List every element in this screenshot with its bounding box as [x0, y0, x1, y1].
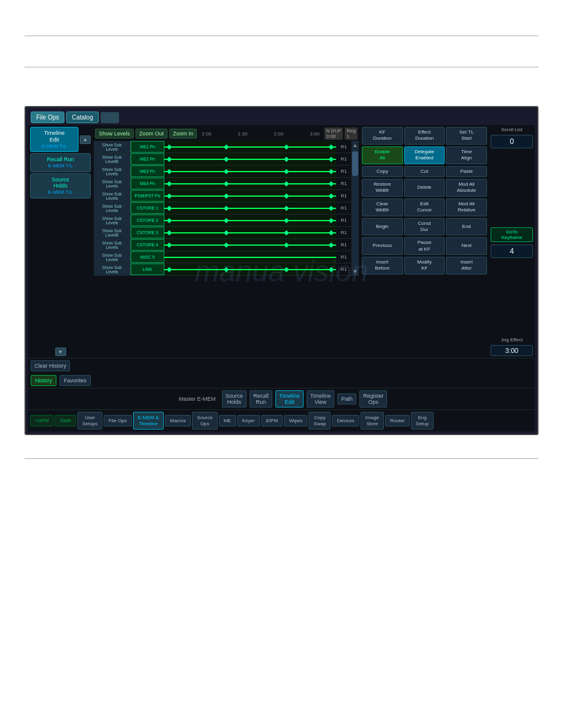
register-ops-btn[interactable]: RegisterOps — [359, 390, 388, 408]
restore-wkbfr-btn[interactable]: RestoreWkBfr — [362, 179, 403, 197]
eng-setup-btn[interactable]: EngSetup — [411, 412, 434, 430]
source-holds-btn[interactable]: SourceHolds — [222, 390, 247, 408]
delete-btn[interactable]: Delete — [404, 179, 445, 197]
file-ops-btn[interactable]: File Ops — [104, 415, 132, 427]
tl-row-label-7[interactable]: Show SubLevelB — [94, 227, 131, 238]
tl-track-name-0[interactable]: ME1 Pn — [131, 141, 164, 153]
show-levels-btn[interactable]: Show Levels — [95, 129, 134, 138]
source-ops-btn[interactable]: SourceOps — [192, 412, 217, 430]
tl-row-label-2[interactable]: Show SubLevels — [94, 165, 131, 177]
tl-row-7: Show SubLevelB CSTORE 3 R1 — [94, 227, 351, 239]
recall-run-btn[interactable]: RecallRun — [250, 390, 272, 408]
tl-track-name-8[interactable]: CSTORE 4 — [131, 239, 164, 251]
next-btn[interactable]: Next — [446, 237, 487, 255]
delegate-enabled-btn[interactable]: DelegateEnabled — [404, 146, 445, 164]
timeline-view-btn[interactable]: TimelineView — [307, 390, 335, 408]
timeline-edit-btn[interactable]: TimelineEdit — [275, 390, 304, 408]
idpm-btn[interactable]: iDPM — [261, 415, 283, 427]
macros-btn[interactable]: Macros — [165, 415, 191, 427]
copy-btn[interactable]: Copy — [362, 166, 403, 177]
tl-row-label-4[interactable]: Show SubLevels — [94, 190, 131, 202]
sidebar-scroll-down[interactable]: ▼ — [55, 347, 66, 356]
tl-row-label-1[interactable]: Show SubLevelB — [94, 153, 131, 165]
devices-btn[interactable]: Devices — [332, 415, 359, 427]
const-dur-btn[interactable]: ConstDur — [404, 218, 445, 236]
keyer-btn[interactable]: Keyer — [237, 415, 260, 427]
set-tl-start-btn[interactable]: Set TLStart — [446, 127, 487, 145]
path-btn[interactable]: Path — [337, 393, 356, 404]
tl-row-r-0: R1 — [336, 144, 351, 150]
scroll-down-arrow[interactable]: ▼ — [353, 268, 358, 276]
tl-row-label-5[interactable]: Show SubLevels — [94, 202, 131, 214]
goto-keyframe-value: 4 — [491, 245, 533, 258]
clear-wkbfr-btn[interactable]: ClearWkBfr — [362, 199, 403, 216]
tl-row-label-3[interactable]: Show SubLevels — [94, 178, 131, 189]
tab-catalog[interactable]: Catalog — [66, 112, 98, 123]
mod-all-absolute-btn[interactable]: Mod AllAbsolute — [446, 179, 487, 197]
n-dur-indicator: N DUF 3:00 — [324, 127, 343, 140]
scrollbar-thumb[interactable] — [352, 151, 358, 176]
previous-btn[interactable]: Previous — [362, 237, 403, 255]
effect-duration-btn[interactable]: EffectDuration — [404, 127, 445, 145]
tl-track-1 — [164, 153, 336, 165]
tl-track-name-7[interactable]: CSTORE 3 — [131, 227, 164, 238]
enable-all-btn[interactable]: EnableAll — [362, 146, 403, 164]
goto-keyframe-btn[interactable]: GoToKeyframe — [491, 227, 533, 242]
reg-indicator: Reg 1 — [345, 127, 358, 140]
emem-timeline-btn[interactable]: E-MEM &Timeline — [133, 412, 164, 430]
copy-swap-btn[interactable]: CopySwap — [308, 412, 331, 430]
time-align-btn[interactable]: TimeAlign — [446, 146, 487, 164]
swr-btn[interactable]: SWR — [55, 415, 76, 427]
bottom-bar: Clear History — [28, 358, 535, 373]
tl-row-label-0[interactable]: Show SubLevels — [94, 141, 131, 153]
tl-track-name-2[interactable]: ME3 Pn — [131, 165, 164, 177]
tl-track-name-1[interactable]: ME2 Pn — [131, 153, 164, 165]
tl-row-label-9[interactable]: Show SubLevels — [94, 251, 131, 263]
me-btn[interactable]: ME — [219, 415, 236, 427]
tl-row-label-10[interactable]: Show SubLevels — [94, 264, 131, 275]
tl-row-label-8[interactable]: Show SubLevels — [94, 239, 131, 251]
sidebar-btn-source-holds[interactable]: Source Holds E-MEM T/L — [30, 173, 91, 199]
sidebar-scroll-up[interactable]: ▲ — [80, 135, 91, 144]
scroll-up-arrow[interactable]: ▲ — [353, 141, 358, 148]
ruler-mark-2: 1:30 — [238, 131, 248, 137]
insert-before-btn[interactable]: InsertBefore — [362, 257, 403, 275]
tab-file-ops[interactable]: File Ops — [31, 112, 64, 123]
mod-all-relative-btn[interactable]: Mod AllRelative — [446, 199, 487, 216]
begin-btn[interactable]: Begin — [362, 218, 403, 236]
jog-effect-label: Jog Effect — [501, 337, 523, 343]
timeline-scrollbar[interactable]: ▲ ▼ — [351, 141, 359, 276]
user-setups-btn[interactable]: UserSetups — [77, 412, 102, 430]
tl-track-name-9[interactable]: MISC 5 — [131, 251, 164, 263]
insert-after-btn[interactable]: InsertAfter — [446, 257, 487, 275]
tl-track-name-5[interactable]: CSTORE 1 — [131, 202, 164, 214]
zoom-in-btn[interactable]: Zoom In — [169, 129, 197, 138]
router-btn[interactable]: Router — [385, 415, 410, 427]
rp-row-5: ClearWkBfr EditCursor Mod AllRelative — [362, 199, 487, 216]
favorites-btn[interactable]: Favorites — [59, 375, 91, 386]
edit-cursor-btn[interactable]: EditCursor — [404, 199, 445, 216]
paste-btn[interactable]: Paste — [446, 166, 487, 177]
kf-duration-btn[interactable]: KFDuration — [362, 127, 403, 145]
sidebar-btn-recall-run[interactable]: Recall Run E-MEM T/L — [30, 153, 91, 172]
tl-row-r-9: R1 — [336, 254, 351, 260]
tl-track-10 — [164, 264, 336, 275]
pause-at-kf-btn[interactable]: Pauseat KF — [404, 237, 445, 255]
tl-track-name-10[interactable]: LINK — [131, 264, 164, 275]
sidebar-btn-timeline-edit[interactable]: Timeline Edit E-MEM T/L — [30, 127, 79, 152]
tl-row-label-6[interactable]: Show SubLevels — [94, 214, 131, 226]
modify-kf-btn[interactable]: ModifyKF — [404, 257, 445, 275]
end-btn[interactable]: End — [446, 218, 487, 236]
history-btn[interactable]: History — [31, 375, 56, 386]
tl-track-name-3[interactable]: ME4 Pn — [131, 178, 164, 189]
wipes-btn[interactable]: Wipes — [284, 415, 307, 427]
image-store-btn[interactable]: ImageStore — [361, 412, 384, 430]
plus-dpm-btn[interactable]: +DPM — [30, 415, 53, 427]
zoom-out-btn[interactable]: Zoom Out — [136, 129, 167, 138]
tl-row-9: Show SubLevels MISC 5 R1 — [94, 251, 351, 264]
tl-track-name-4[interactable]: PGM/PST Pn — [131, 190, 164, 202]
tl-track-name-6[interactable]: CSTORE 2 — [131, 214, 164, 226]
cut-btn[interactable]: Cut — [404, 166, 445, 177]
timeline-rows-container: Show SubLevels ME1 Pn R1 — [94, 141, 359, 276]
clear-history-btn[interactable]: Clear History — [31, 360, 70, 371]
